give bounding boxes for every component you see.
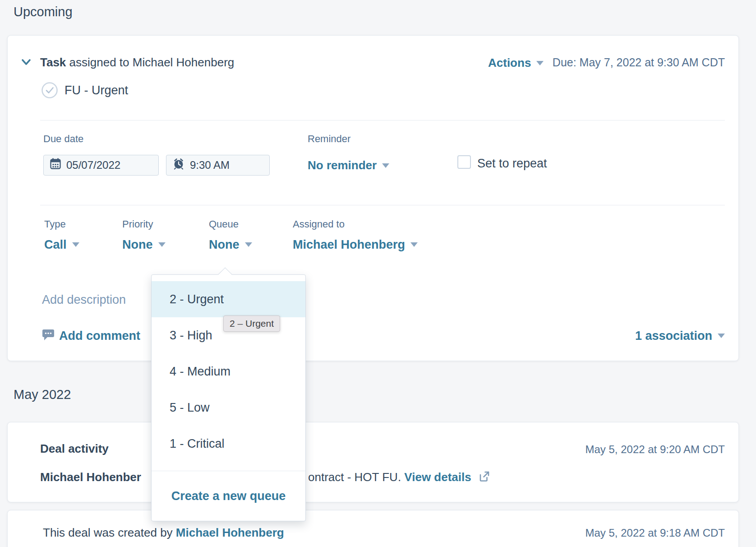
queue-option-tooltip: 2 – Urgent [223,315,280,332]
chevron-down-icon [410,242,418,247]
chevron-down-icon [158,242,166,247]
queue-option-2-urgent[interactable]: 2 - Urgent [152,281,305,317]
deal-activity-actor-link[interactable]: Michael Hohenber [40,470,141,484]
reminder-select[interactable]: No reminder [308,158,389,172]
deal-created-actor-link[interactable]: Michael Hohenberg [176,526,284,539]
reminder-label: Reminder [308,133,350,145]
deal-created-text: This deal was created by Michael Hohenbe… [43,526,284,540]
deal-activity-title: Deal activity [40,442,109,456]
chevron-down-icon [245,242,252,247]
deal-activity-body: ontract - HOT FU. View details [308,470,490,486]
add-comment-label[interactable]: Add comment [59,329,140,343]
deal-created-card: This deal was created by Michael Hohenbe… [7,510,739,547]
divider [40,205,725,205]
task-type-label: Task [40,56,66,69]
associations-select[interactable]: 1 association [635,329,725,343]
due-date-value: 05/07/2022 [66,159,120,172]
deal-activity-card: Deal activity May 5, 2022 at 9:20 AM CDT… [7,422,739,502]
divider [40,120,725,121]
assigned-to-select[interactable]: Michael Hohenberg [293,238,418,252]
queue-option-5-low[interactable]: 5 - Low [152,389,305,426]
queue-option-list: 2 - Urgent 3 - High 4 - Medium 5 - Low 1… [152,281,305,462]
create-queue-label[interactable]: Create a new queue [171,489,286,503]
description-field[interactable]: Add description [42,293,126,307]
actions-menu[interactable]: Actions [488,56,544,70]
timeline-page: Upcoming Task assigned to Michael Hohenb… [0,0,756,547]
add-comment-button[interactable]: Add comment [42,329,140,344]
chevron-down-icon [536,61,544,65]
queue-label: Queue [209,218,239,230]
view-details-link[interactable]: View details [404,470,471,484]
calendar-icon [50,158,61,172]
queue-option-1-critical[interactable]: 1 - Critical [152,426,305,462]
task-header: Task assigned to Michael Hohenberg [40,56,234,70]
actions-label[interactable]: Actions [488,56,531,70]
alarm-clock-icon [173,158,184,172]
deal-activity-body-text: ontract - HOT FU. [308,470,404,484]
section-title-may-2022: May 2022 [14,387,71,402]
chevron-down-icon [718,334,725,338]
task-assigned-text: assigned to Michael Hohenberg [66,56,234,69]
comment-bubble-icon [42,329,55,344]
queue-select[interactable]: None [209,238,252,252]
priority-select[interactable]: None [122,238,166,252]
due-time-value: 9:30 AM [190,159,230,172]
set-to-repeat-checkbox[interactable] [457,155,471,169]
deal-activity-timestamp: May 5, 2022 at 9:20 AM CDT [585,443,725,456]
priority-label: Priority [122,218,153,230]
set-to-repeat-label[interactable]: Set to repeat [477,157,547,171]
chevron-down-icon [382,163,389,168]
section-title-upcoming: Upcoming [14,5,73,19]
associations-label[interactable]: 1 association [635,329,712,343]
create-queue-button[interactable]: Create a new queue [152,471,305,521]
due-date-input[interactable]: 05/07/2022 [43,155,159,176]
chevron-down-icon [72,242,79,247]
queue-dropdown-panel: 2 - Urgent 3 - High 4 - Medium 5 - Low 1… [151,274,306,521]
assigned-to-label: Assigned to [293,218,345,230]
task-title[interactable]: FU - Urgent [65,83,128,97]
collapse-chevron-icon[interactable] [21,59,31,67]
due-date-label: Due date [43,133,83,145]
external-link-icon[interactable] [478,471,490,486]
task-due-text: Due: May 7, 2022 at 9:30 AM CDT [553,56,725,69]
deal-created-prefix: This deal was created by [43,526,176,539]
deal-created-timestamp: May 5, 2022 at 9:18 AM CDT [585,527,725,539]
task-card: Task assigned to Michael Hohenberg Actio… [7,35,739,361]
complete-task-icon[interactable] [41,82,58,101]
reminder-value[interactable]: No reminder [308,158,377,172]
type-label: Type [44,218,66,230]
due-time-input[interactable]: 9:30 AM [166,155,270,176]
queue-option-4-medium[interactable]: 4 - Medium [152,353,305,389]
type-select[interactable]: Call [44,238,79,252]
